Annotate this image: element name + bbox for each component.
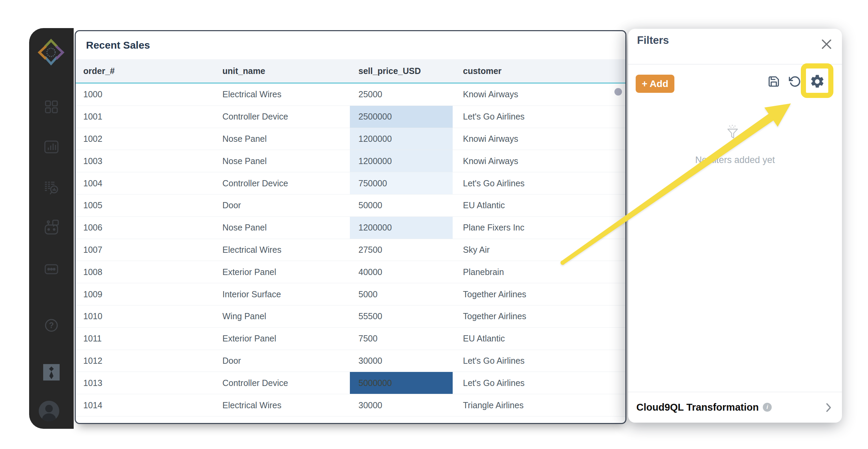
table-row[interactable]: 1007 Electrical Wires 27500 Sky Air	[76, 239, 625, 261]
unit-cell: Controller Device	[222, 172, 350, 194]
unit-cell: Door	[222, 195, 350, 216]
table-row[interactable]: 1000 Electrical Wires 25000 Knowi Airway…	[76, 84, 625, 106]
unit-cell: Exterior Panel	[222, 261, 350, 283]
price-cell: 30000	[350, 350, 453, 372]
customer-cell: Knowi Airways	[453, 128, 625, 150]
customer-cell: Plane Fixers Inc	[453, 217, 625, 239]
order-cell: 1011	[83, 328, 222, 350]
customer-cell: Let's Go Airlines	[453, 106, 625, 128]
more-ellipsis-icon[interactable]	[44, 261, 59, 277]
unit-cell: Electrical Wires	[222, 84, 350, 105]
order-cell: 1001	[83, 106, 222, 128]
table-row[interactable]: 1001 Controller Device 2500000 Let's Go …	[76, 106, 625, 128]
price-cell: 1200000	[350, 128, 453, 150]
recent-sales-widget: Recent Sales order_# unit_name sell_pric…	[75, 30, 626, 424]
customer-cell: Let's Go Airlines	[453, 172, 625, 194]
info-icon[interactable]: i	[763, 403, 772, 412]
save-icon[interactable]	[768, 75, 780, 88]
cloud9ql-row[interactable]: Cloud9QL Transformation i	[636, 392, 834, 422]
customer-cell: Together Airlines	[453, 305, 625, 327]
table-row[interactable]: 1006 Nose Panel 1200000 Plane Fixers Inc	[76, 217, 625, 239]
close-icon[interactable]	[819, 37, 834, 51]
filters-panel-title: Filters	[637, 34, 669, 47]
order-cell: 1007	[83, 239, 222, 261]
unit-cell: Nose Panel	[222, 150, 350, 172]
price-cell: 25000	[350, 84, 453, 105]
robot-assistant-icon[interactable]	[44, 220, 59, 235]
unit-cell: Controller Device	[222, 106, 350, 128]
order-cell: 1002	[83, 128, 222, 150]
customer-cell: Together Airlines	[453, 283, 625, 305]
table-row[interactable]: 1004 Controller Device 750000 Let's Go A…	[76, 172, 625, 195]
add-filter-button[interactable]: + Add	[636, 75, 674, 93]
dashboards-grid-icon[interactable]	[44, 99, 59, 115]
column-header-price[interactable]: sell_price_USD	[350, 66, 453, 76]
price-cell: 40000	[350, 261, 453, 283]
empty-state-text: No filters added yet	[628, 155, 842, 165]
reset-icon[interactable]	[789, 75, 801, 88]
table-header: order_# unit_name sell_price_USD custome…	[76, 59, 625, 84]
price-cell: 750000	[350, 172, 453, 194]
price-cell: 27500	[350, 239, 453, 261]
order-cell: 1012	[83, 350, 222, 372]
table-row[interactable]: 1003 Nose Panel 1200000 Knowi Airways	[76, 150, 625, 172]
vertical-scrollbar-thumb[interactable]	[614, 88, 622, 96]
app-window: ? Recent Sales order_# u	[0, 0, 868, 449]
business-tie-icon[interactable]	[43, 364, 60, 381]
cloud9ql-label: Cloud9QL Transformation	[636, 402, 759, 413]
price-cell: 7500	[350, 328, 453, 350]
customer-cell: Knowi Airways	[453, 84, 625, 105]
customer-cell: Planebrain	[453, 261, 625, 283]
unit-cell: Interior Surface	[222, 283, 350, 305]
order-cell: 1013	[83, 372, 222, 394]
table-row[interactable]: 1010 Wing Panel 55500 Together Airlines	[76, 305, 625, 328]
order-cell: 1006	[83, 217, 222, 239]
column-header-order[interactable]: order_#	[83, 66, 222, 76]
data-search-icon[interactable]	[44, 179, 59, 195]
unit-cell: Exterior Panel	[222, 328, 350, 350]
order-cell: 1000	[83, 84, 222, 105]
svg-text:?: ?	[49, 321, 54, 330]
table-row[interactable]: 1014 Electrical Wires 30000 Triangle Air…	[76, 394, 625, 416]
knowi-logo-icon[interactable]	[35, 36, 68, 68]
order-cell: 1003	[83, 150, 222, 172]
table-row[interactable]: 1013 Controller Device 5000000 Let's Go …	[76, 372, 625, 394]
table-row[interactable]: 1008 Exterior Panel 40000 Planebrain	[76, 261, 625, 283]
help-icon[interactable]: ?	[44, 317, 59, 333]
customer-cell: EU Atlantic	[453, 328, 625, 350]
bar-chart-icon[interactable]	[44, 139, 59, 155]
widget-title: Recent Sales	[76, 31, 625, 59]
table-row[interactable]: 1005 Door 50000 EU Atlantic	[76, 195, 625, 217]
divider	[628, 64, 842, 64]
table-row[interactable]: 1012 Door 30000 Let's Go Airlines	[76, 350, 625, 372]
unit-cell: Nose Panel	[222, 217, 350, 239]
unit-cell: Door	[222, 350, 350, 372]
table-row[interactable]: 1011 Exterior Panel 7500 EU Atlantic	[76, 328, 625, 350]
unit-cell: Controller Device	[222, 372, 350, 394]
customer-cell: Let's Go Airlines	[453, 372, 625, 394]
chevron-right-icon[interactable]	[826, 402, 832, 413]
table-row[interactable]: 1002 Nose Panel 1200000 Knowi Airways	[76, 128, 625, 150]
unit-cell: Wing Panel	[222, 305, 350, 327]
user-avatar[interactable]	[38, 400, 60, 422]
customer-cell: EU Atlantic	[453, 195, 625, 216]
order-cell: 1005	[83, 195, 222, 216]
price-cell: 2500000	[350, 106, 453, 128]
unit-cell: Electrical Wires	[222, 394, 350, 416]
price-cell: 5000000	[350, 372, 453, 394]
settings-gear-icon[interactable]	[809, 74, 825, 89]
sidebar: ?	[29, 28, 74, 429]
column-header-customer[interactable]: customer	[453, 66, 625, 76]
order-cell: 1014	[83, 394, 222, 416]
order-cell: 1004	[83, 172, 222, 194]
unit-cell: Nose Panel	[222, 128, 350, 150]
price-cell: 1200000	[350, 217, 453, 239]
table-row[interactable]: 1009 Interior Surface 5000 Together Airl…	[76, 283, 625, 305]
filters-panel: Filters + Add	[628, 29, 842, 423]
table-body: 1000 Electrical Wires 25000 Knowi Airway…	[76, 84, 625, 416]
order-cell: 1010	[83, 305, 222, 327]
price-cell: 30000	[350, 394, 453, 416]
column-header-unit[interactable]: unit_name	[222, 66, 350, 76]
price-cell: 1200000	[350, 150, 453, 172]
price-cell: 50000	[350, 195, 453, 216]
